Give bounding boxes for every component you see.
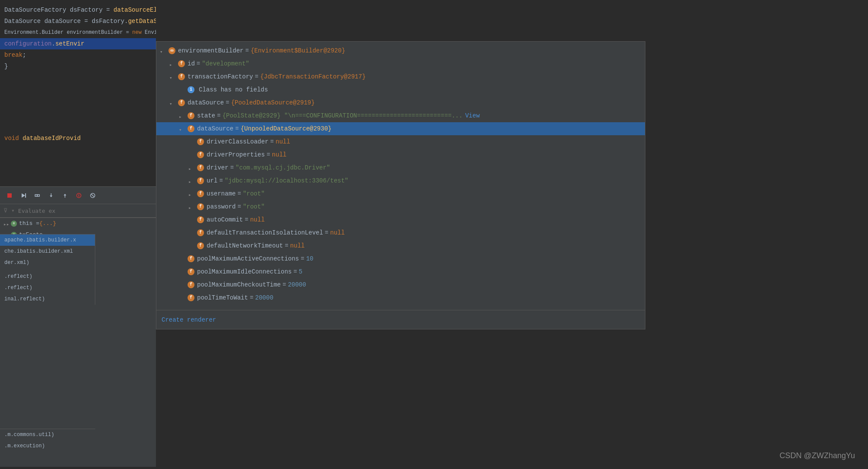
code-line-1: DataSourceFactory dsFactory = dataSource… — [0, 4, 156, 16]
arrow-password[interactable] — [188, 203, 195, 210]
stack-frame-5[interactable]: .reflect) — [0, 282, 95, 293]
equals-19: = — [250, 293, 253, 303]
info-text-no-fields: Class has no fields — [199, 85, 268, 94]
step-out-button[interactable] — [59, 189, 71, 202]
arrow-poolTimeToWait — [179, 294, 186, 301]
tree-row-poolTimeToWait[interactable]: f poolTimeToWait = 20000 — [156, 291, 645, 304]
stop-button[interactable] — [3, 189, 16, 202]
rerun-button[interactable] — [73, 189, 85, 202]
tree-row-poolMaximumActiveConnections[interactable]: f poolMaximumActiveConnections = 10 — [156, 252, 645, 265]
var-val-url: "jdbc:mysql://localhost:3306/test" — [225, 176, 349, 186]
var-name-poolMaximumIdleConnections: poolMaximumIdleConnections — [197, 267, 291, 277]
tree-row-dataSource-pooled[interactable]: f dataSource = {PooledDataSource@2919} — [156, 96, 645, 109]
var-text-this: this = — [19, 219, 39, 228]
equals-5: = — [217, 111, 220, 121]
var-name-autoCommit: autoCommit — [207, 215, 243, 225]
var-val-dataSource-pooled: {PooledDataSource@2919} — [231, 98, 314, 107]
var-val-defaultNetworkTimeout: null — [290, 241, 305, 251]
settings-icon[interactable]: ▾ — [11, 207, 15, 214]
var-val-state: {PoolState@2929} "\n===CONFINGURATION===… — [222, 111, 463, 121]
arrow-driverProperties — [188, 151, 195, 158]
icon-f-driverClassLoader: f — [197, 138, 204, 145]
equals-8: = — [266, 150, 270, 160]
var-val-driverClassLoader: null — [275, 137, 290, 147]
tree-row-transactionFactory[interactable]: f transactionFactory = {JdbcTransactionF… — [156, 70, 645, 83]
equals-7: = — [270, 137, 274, 147]
var-name-password: password — [207, 202, 236, 212]
stack-frame-6[interactable]: inal.reflect) — [0, 293, 95, 305]
equals-9: = — [230, 163, 233, 173]
arrow-transactionFactory[interactable] — [169, 73, 176, 80]
icon-f-id: f — [178, 60, 185, 67]
tree-row-id[interactable]: f id = "development" — [156, 57, 645, 70]
icon-f-poolTimeToWait: f — [188, 294, 194, 301]
svg-rect-4 — [37, 195, 39, 196]
svg-line-12 — [91, 194, 94, 197]
var-val-poolMaximumIdleConnections: 5 — [299, 267, 302, 277]
watermark: CSDN @ZWZhangYu — [780, 451, 855, 460]
var-val-driver: "com.mysql.cj.jdbc.Driver" — [236, 163, 330, 173]
code-line-6: } — [0, 61, 156, 72]
arrow-url[interactable] — [188, 177, 195, 184]
var-name-dataSource-unpooled: dataSource — [197, 124, 233, 134]
tree-row-driverProperties[interactable]: f driverProperties = null — [156, 148, 645, 161]
tree-row-password[interactable]: f password = "root" — [156, 200, 645, 213]
equals-15: = — [285, 241, 288, 251]
icon-f-defaultTransactionIsolationLevel: f — [197, 229, 204, 236]
stack-frame-0[interactable]: apache.ibatis.builder.x — [0, 234, 95, 246]
stack-frame-4[interactable]: .reflect) — [0, 271, 95, 282]
var-row-this[interactable]: ▸ ≡ this = {...} — [0, 218, 156, 229]
arrow-driverClassLoader — [188, 138, 195, 145]
var-name-id: id — [188, 59, 195, 68]
tree-row-driverClassLoader[interactable]: f driverClassLoader = null — [156, 135, 645, 148]
debug-tree[interactable]: ∞ environmentBuilder = {Environment$Buil… — [156, 42, 645, 310]
tree-row-defaultNetworkTimeout[interactable]: f defaultNetworkTimeout = null — [156, 239, 645, 252]
tree-row-defaultTransactionIsolationLevel[interactable]: f defaultTransactionIsolationLevel = nul… — [156, 226, 645, 239]
tree-row-environmentBuilder[interactable]: ∞ environmentBuilder = {Environment$Buil… — [156, 44, 645, 57]
var-val-poolMaximumActiveConnections: 10 — [306, 254, 314, 264]
step-into-button[interactable] — [45, 189, 57, 202]
tree-row-poolMaximumCheckoutTime[interactable]: f poolMaximumCheckoutTime = 20000 — [156, 278, 645, 291]
tree-row-username[interactable]: f username = "root" — [156, 187, 645, 200]
arrow-driver[interactable] — [188, 164, 195, 171]
equals-1: = — [245, 46, 249, 55]
tree-row-state[interactable]: f state = {PoolState@2929} "\n===CONFING… — [156, 109, 645, 122]
var-name-state: state — [197, 111, 215, 121]
var-val-id: "development" — [202, 59, 249, 68]
stack-frame-2[interactable]: der.xml) — [0, 257, 95, 268]
var-name-driverClassLoader: driverClassLoader — [207, 137, 269, 147]
var-val-poolMaximumCheckoutTime: 20000 — [288, 280, 306, 290]
arrow-dataSource-unpooled[interactable] — [179, 125, 186, 132]
arrow-id[interactable] — [169, 60, 176, 67]
icon-eq-this: ≡ — [11, 221, 17, 227]
stack-extra-1[interactable]: .m.commons.util) — [0, 429, 95, 440]
create-renderer-link[interactable]: Create renderer — [162, 316, 216, 323]
tree-row-autoCommit[interactable]: f autoCommit = null — [156, 213, 645, 226]
tree-row-driver[interactable]: f driver = "com.mysql.cj.jdbc.Driver" — [156, 161, 645, 174]
stack-extra-2[interactable]: .m.execution) — [0, 440, 95, 452]
filter-icon[interactable]: ⊽ — [3, 207, 8, 214]
arrow-poolMaximumActiveConnections — [179, 255, 186, 262]
equals-13: = — [245, 215, 248, 225]
evaluate-input[interactable] — [18, 208, 152, 214]
icon-f-autoCommit: f — [197, 216, 204, 223]
icon-infinity-environmentBuilder: ∞ — [168, 47, 175, 54]
arrow-expand-environmentBuilder[interactable] — [160, 47, 167, 54]
icon-f-dataSource-unpooled: f — [188, 125, 194, 132]
debug-footer: Create renderer — [156, 310, 645, 329]
tree-row-poolMaximumIdleConnections[interactable]: f poolMaximumIdleConnections = 5 — [156, 265, 645, 278]
mute-button[interactable] — [87, 189, 99, 202]
tree-row-dataSource-unpooled[interactable]: f dataSource = {UnpooledDataSource@2930} — [156, 122, 645, 135]
stack-frame-1[interactable]: che.ibatis.builder.xml — [0, 246, 95, 257]
arrow-dataSource-pooled[interactable] — [169, 99, 176, 106]
icon-f-dataSource-pooled: f — [178, 99, 185, 106]
resume-button[interactable] — [17, 189, 29, 202]
arrow-state[interactable] — [179, 112, 186, 119]
arrow-this[interactable]: ▸ — [3, 220, 10, 227]
equals-6: = — [235, 124, 239, 134]
view-link-state[interactable]: View — [465, 111, 480, 121]
arrow-username[interactable] — [188, 190, 195, 197]
step-over-button[interactable] — [31, 189, 43, 202]
var-name-username: username — [207, 189, 236, 199]
tree-row-url[interactable]: f url = "jdbc:mysql://localhost:3306/tes… — [156, 174, 645, 187]
